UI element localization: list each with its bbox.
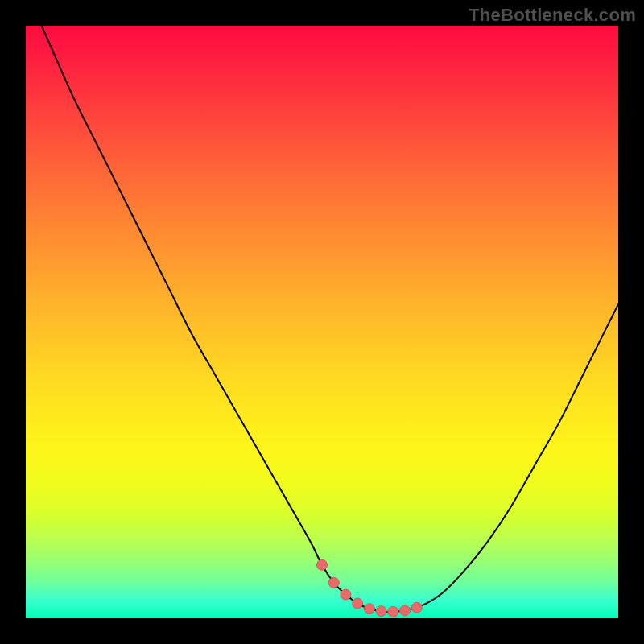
marker-dot [353, 598, 363, 609]
marker-dot [364, 604, 374, 614]
marker-dot [317, 559, 328, 570]
marker-dot [411, 602, 422, 613]
marker-dot [388, 606, 398, 617]
watermark-label: TheBottleneck.com [469, 5, 636, 26]
chart-frame: TheBottleneck.com [0, 0, 644, 644]
bottleneck-curve [26, 0, 618, 612]
marker-dot [400, 605, 411, 616]
plot-area [26, 26, 618, 618]
marker-dot [328, 577, 339, 588]
marker-dot [341, 589, 351, 600]
marker-dot [376, 606, 386, 617]
optimal-zone-markers [317, 559, 423, 617]
chart-svg [26, 26, 618, 618]
